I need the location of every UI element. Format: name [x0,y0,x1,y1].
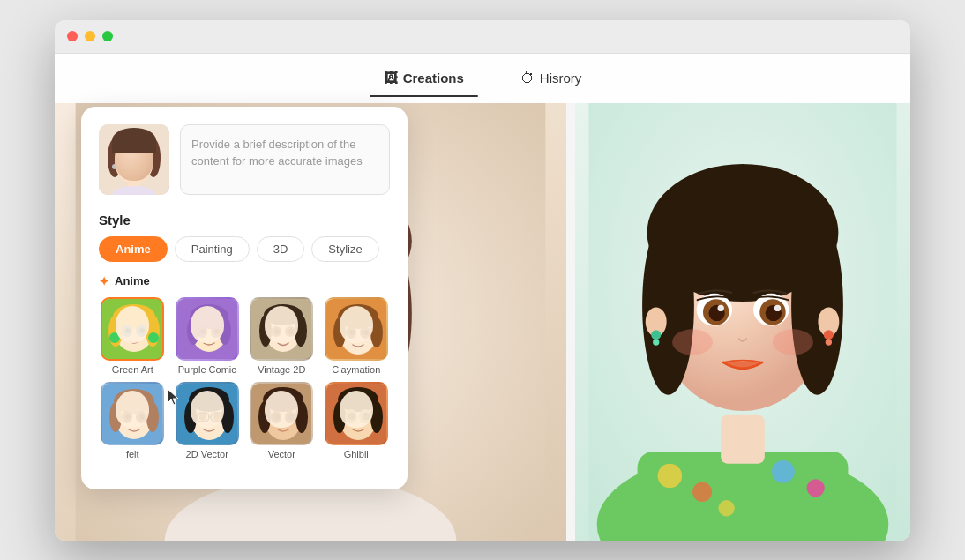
sparkle-icon: ✦ [99,274,109,288]
svg-point-49 [112,130,156,158]
svg-point-84 [271,326,281,337]
maximize-button[interactable] [102,31,113,41]
svg-point-121 [271,411,281,423]
svg-point-122 [285,411,295,423]
svg-point-101 [146,402,159,432]
creations-icon: 🖼 [384,71,398,86]
svg-point-103 [136,411,146,423]
description-input[interactable]: Provide a brief description of the conte… [180,124,390,195]
svg-point-132 [348,413,355,420]
style-section: Style Anime Painting 3D Stylize ✦ Anime [99,213,390,459]
svg-point-133 [363,413,370,420]
anime-photo [575,103,910,541]
svg-point-72 [190,304,228,329]
style-name-claymation: Claymation [332,364,380,375]
svg-point-80 [266,313,301,352]
tab-history[interactable]: ⏱ Hisrory [506,63,596,93]
svg-rect-26 [721,414,765,463]
style-thumb-purple-comic [176,297,239,361]
svg-point-76 [211,325,221,338]
style-name-green-art: Green Art [112,364,153,375]
style-tab-painting[interactable]: Painting [175,236,250,262]
top-nav: 🖼 Creations ⏱ Hisrory [55,54,910,103]
svg-point-115 [213,414,221,421]
svg-point-127 [338,387,378,412]
svg-point-53 [123,156,131,163]
svg-point-104 [125,414,131,420]
style-name-2d-vector: 2D Vector [186,449,228,459]
svg-point-81 [264,304,303,325]
svg-point-126 [340,398,377,440]
svg-point-95 [349,330,355,335]
history-icon: ⏱ [520,71,535,86]
svg-point-119 [258,401,271,433]
svg-point-54 [138,156,145,163]
svg-point-128 [333,401,346,433]
style-item-2d-vector[interactable]: 2D Vector [174,382,242,459]
style-tab-3d[interactable]: 3D [257,236,305,262]
svg-point-44 [773,329,813,355]
svg-point-99 [114,389,154,414]
svg-point-50 [108,138,122,177]
svg-point-30 [791,216,843,394]
svg-point-71 [191,313,227,352]
svg-point-23 [772,460,795,483]
svg-point-129 [370,401,383,433]
avatar-preview[interactable] [99,124,169,195]
minimize-button[interactable] [85,31,95,41]
svg-point-64 [109,332,120,343]
svg-point-69 [139,328,145,333]
style-item-vintage-2d[interactable]: Vintage 2D [248,297,316,375]
main-content: 🖼 Creations ⏱ Hisrory [55,54,910,541]
svg-point-93 [346,326,356,339]
svg-point-74 [219,317,231,345]
svg-point-21 [658,463,683,488]
titlebar [55,20,910,54]
svg-point-22 [692,482,712,501]
svg-point-67 [136,325,146,337]
style-item-purple-comic[interactable]: Purple Comic [174,297,242,375]
style-tab-anime[interactable]: Anime [99,236,168,262]
style-item-ghibli[interactable]: Ghibli [323,382,391,459]
style-item-claymation[interactable]: Claymation [323,297,391,375]
style-item-vector[interactable]: Vector [248,382,316,459]
svg-point-41 [718,304,724,310]
style-tabs: Anime Painting 3D Stylize [99,236,390,262]
svg-point-120 [295,401,308,433]
style-thumb-vintage-2d [250,297,313,361]
style-thumb-green-art [101,297,164,361]
svg-point-102 [122,411,132,423]
svg-point-51 [146,138,161,177]
style-grid: Green Art [99,297,390,459]
svg-point-61 [113,304,155,329]
style-item-felt[interactable]: felt [99,382,167,459]
style-thumb-felt [101,382,164,445]
svg-point-94 [360,326,370,339]
svg-point-98 [116,399,153,439]
style-thumb-2d-vector [176,382,239,445]
svg-point-118 [263,387,303,412]
style-item-green-art[interactable]: Green Art [99,297,167,375]
side-panel: Provide a brief description of the conte… [81,107,408,489]
svg-point-90 [338,304,378,329]
svg-point-47 [826,339,832,345]
svg-point-58 [112,164,117,169]
style-tab-stylize[interactable]: Stylize [311,236,378,262]
svg-point-131 [359,409,371,423]
svg-point-114 [199,414,206,421]
close-button[interactable] [67,31,78,41]
style-thumb-vector [250,382,313,445]
svg-point-85 [285,326,295,337]
svg-point-117 [265,398,302,440]
svg-point-130 [345,409,357,423]
style-name-vintage-2d: Vintage 2D [258,364,305,375]
svg-point-34 [653,339,659,345]
svg-point-68 [125,328,131,333]
svg-point-55 [132,167,136,169]
svg-point-77 [200,329,206,334]
svg-point-83 [295,315,307,347]
svg-point-75 [197,325,207,338]
svg-point-105 [139,414,145,420]
tab-creations[interactable]: 🖼 Creations [370,63,478,93]
style-name-purple-comic: Purple Comic [178,364,236,375]
